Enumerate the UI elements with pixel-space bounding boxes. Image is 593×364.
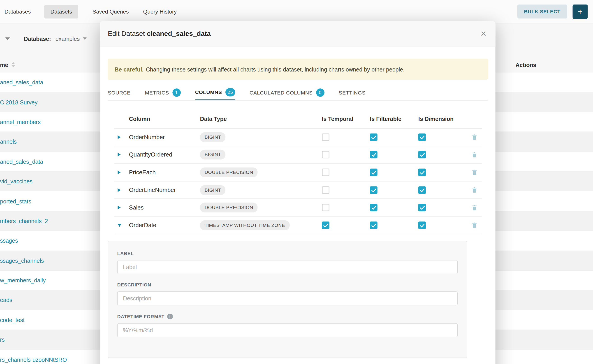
expand-caret-icon[interactable] xyxy=(118,153,120,157)
expand-caret-icon[interactable] xyxy=(118,135,120,139)
column-row: SalesDOUBLE PRECISION xyxy=(114,199,482,216)
description-input[interactable] xyxy=(117,291,458,305)
expand-caret-icon[interactable] xyxy=(118,206,120,209)
dataset-link[interactable]: rs_channels-uzooNNtSRO xyxy=(0,356,67,363)
is-dimension-checkbox[interactable] xyxy=(418,133,426,141)
delete-column-button[interactable] xyxy=(471,169,477,175)
description-field-label-text: DESCRIPTION xyxy=(117,282,152,287)
is-filterable-checkbox[interactable] xyxy=(370,204,377,212)
nav-tab-databases[interactable]: Databases xyxy=(5,9,31,15)
dataset-link[interactable]: vid_vaccines xyxy=(0,178,33,184)
chevron-down-icon[interactable] xyxy=(5,37,10,40)
dataset-link[interactable]: ported_stats xyxy=(0,198,31,204)
dataset-link[interactable]: ssages_channels xyxy=(0,257,44,264)
modal-header: Edit Datasetcleaned_sales_data × xyxy=(100,21,495,46)
data-type-pill: TIMESTAMP WITHOUT TIME ZONE xyxy=(200,220,290,230)
column-header-is-dimension: Is Dimension xyxy=(418,116,467,122)
label-field-label: LABEL xyxy=(117,251,458,256)
is-temporal-checkbox[interactable] xyxy=(322,151,329,159)
column-name: PriceEach xyxy=(129,169,200,176)
dataset-link[interactable]: annel_members xyxy=(0,119,41,125)
dataset-link[interactable]: aned_sales_data xyxy=(0,158,43,165)
tab-label: COLUMNS xyxy=(195,89,222,95)
is-filterable-checkbox[interactable] xyxy=(370,151,377,159)
is-dimension-checkbox[interactable] xyxy=(418,221,426,229)
expand-caret-icon[interactable] xyxy=(118,188,120,192)
column-detail-panel: LABEL DESCRIPTION DATETIME FORMAT xyxy=(108,241,467,358)
columns-table-header: ColumnData TypeIs TemporalIs FilterableI… xyxy=(114,110,482,129)
is-filterable-checkbox[interactable] xyxy=(370,186,377,194)
modal-title: Edit Datasetcleaned_sales_data xyxy=(108,30,211,38)
dataset-link[interactable]: C 2018 Survey xyxy=(0,99,38,105)
delete-column-button[interactable] xyxy=(471,187,477,193)
is-dimension-checkbox[interactable] xyxy=(418,204,426,212)
data-type-pill: DOUBLE PRECISION xyxy=(200,167,258,177)
dataset-link[interactable]: code_test xyxy=(0,317,25,323)
is-temporal-checkbox[interactable] xyxy=(322,221,329,229)
nav-tab-datasets[interactable]: Datasets xyxy=(45,5,78,18)
delete-column-button[interactable] xyxy=(471,205,477,210)
is-filterable-checkbox[interactable] xyxy=(370,221,377,229)
warning-banner: Be careful. Changing these settings will… xyxy=(108,59,488,80)
database-filter-value[interactable]: examples xyxy=(55,35,80,42)
add-dataset-button[interactable]: + xyxy=(573,4,588,19)
tab-calculated-columns[interactable]: CALCULATED COLUMNS0 xyxy=(250,85,324,100)
is-temporal-checkbox[interactable] xyxy=(322,186,329,194)
delete-column-button[interactable] xyxy=(471,222,477,228)
tab-settings[interactable]: SETTINGS xyxy=(339,85,366,100)
dataset-link[interactable]: rs xyxy=(0,337,5,343)
dataset-link[interactable]: ssages xyxy=(0,237,18,244)
nav-tab-query-history[interactable]: Query History xyxy=(143,9,177,15)
dataset-link[interactable]: mbers_channels_2 xyxy=(0,218,48,224)
datetime-format-input[interactable] xyxy=(117,323,458,337)
is-dimension-checkbox[interactable] xyxy=(418,151,426,159)
name-column-header[interactable]: me xyxy=(0,61,8,68)
tab-columns[interactable]: COLUMNS25 xyxy=(195,85,235,100)
delete-column-button[interactable] xyxy=(471,134,477,140)
nav-actions: BULK SELECT + xyxy=(517,4,588,19)
is-dimension-checkbox[interactable] xyxy=(418,169,426,176)
column-name: QuantityOrdered xyxy=(129,151,200,158)
label-field-label-text: LABEL xyxy=(117,251,134,256)
is-dimension-checkbox[interactable] xyxy=(418,186,426,194)
dataset-link[interactable]: eads xyxy=(0,297,13,303)
column-header-is-temporal: Is Temporal xyxy=(322,116,370,122)
dataset-link[interactable]: w_members_daily xyxy=(0,277,46,284)
datetime-format-field-group: DATETIME FORMAT xyxy=(117,314,458,337)
description-field-label: DESCRIPTION xyxy=(117,282,458,287)
nav-tabs: DatabasesDatasetsSaved QueriesQuery Hist… xyxy=(5,5,191,18)
columns-table: ColumnData TypeIs TemporalIs FilterableI… xyxy=(114,110,482,234)
filter-bar: Database: examples xyxy=(5,32,86,45)
tab-count-badge: 0 xyxy=(316,88,324,97)
close-icon[interactable]: × xyxy=(481,29,486,39)
tab-count-badge: 1 xyxy=(172,88,181,97)
tab-metrics[interactable]: METRICS1 xyxy=(145,85,180,100)
label-input[interactable] xyxy=(117,260,458,274)
collapse-caret-icon[interactable] xyxy=(118,224,121,227)
is-filterable-checkbox[interactable] xyxy=(370,133,377,141)
data-type-pill: BIGINT xyxy=(200,150,226,160)
info-icon[interactable] xyxy=(167,314,173,319)
delete-column-button[interactable] xyxy=(471,152,477,158)
bulk-select-button[interactable]: BULK SELECT xyxy=(517,5,567,19)
column-row: QuantityOrderedBIGINT xyxy=(114,146,482,164)
data-type-pill: BIGINT xyxy=(200,185,226,195)
sort-icon[interactable] xyxy=(11,62,15,67)
tab-label: CALCULATED COLUMNS xyxy=(250,90,313,95)
is-temporal-checkbox[interactable] xyxy=(322,204,329,212)
expand-caret-icon[interactable] xyxy=(118,170,120,174)
dataset-link[interactable]: aned_sales_data xyxy=(0,79,43,85)
dataset-link[interactable]: annels xyxy=(0,138,17,145)
column-row: PriceEachDOUBLE PRECISION xyxy=(114,164,482,181)
is-temporal-checkbox[interactable] xyxy=(322,169,329,176)
top-navigation: DatabasesDatasetsSaved QueriesQuery Hist… xyxy=(0,0,593,23)
column-name: Sales xyxy=(129,204,200,211)
columns-table-body: OrderNumberBIGINTQuantityOrderedBIGINTPr… xyxy=(114,129,482,234)
is-filterable-checkbox[interactable] xyxy=(370,169,377,176)
description-field-group: DESCRIPTION xyxy=(117,282,458,305)
tab-label: SETTINGS xyxy=(339,90,366,95)
tab-source[interactable]: SOURCE xyxy=(108,85,131,100)
nav-tab-saved-queries[interactable]: Saved Queries xyxy=(92,9,129,15)
is-temporal-checkbox[interactable] xyxy=(322,133,329,141)
column-name: OrderDate xyxy=(129,222,200,228)
